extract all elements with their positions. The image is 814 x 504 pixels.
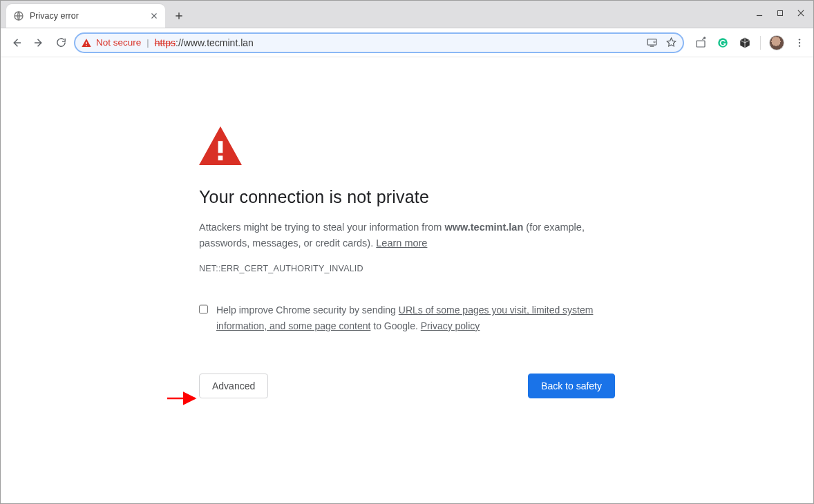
url-display: https://www.tecmint.lan xyxy=(155,37,254,48)
para-prefix: Attackers might be trying to steal your … xyxy=(199,222,444,233)
advanced-button[interactable]: Advanced xyxy=(199,374,268,398)
toolbar: Not secure | https://www.tecmint.lan xyxy=(1,28,813,57)
svg-rect-2 xyxy=(86,41,86,43)
button-row: Advanced Back to safety xyxy=(199,374,615,398)
extension-icon-1[interactable] xyxy=(694,36,708,50)
close-tab-icon[interactable] xyxy=(149,10,160,21)
warning-triangle-icon xyxy=(199,126,242,165)
separator: | xyxy=(145,37,150,48)
url-protocol: https xyxy=(155,37,176,48)
optin-checkbox[interactable] xyxy=(199,304,208,315)
install-pwa-icon[interactable] xyxy=(645,37,658,49)
url-rest: ://www.tecmint.lan xyxy=(176,37,254,48)
back-to-safety-button[interactable]: Back to safety xyxy=(528,374,615,398)
reload-button[interactable] xyxy=(52,34,70,52)
svg-rect-13 xyxy=(218,155,223,160)
page-content: Your connection is not private Attackers… xyxy=(1,57,813,503)
bookmark-star-icon[interactable] xyxy=(665,37,677,49)
error-description: Attackers might be trying to steal your … xyxy=(199,220,615,251)
svg-point-9 xyxy=(799,39,800,40)
window-controls xyxy=(751,5,809,21)
svg-point-10 xyxy=(799,41,800,43)
maximize-button[interactable] xyxy=(772,5,788,21)
back-button[interactable] xyxy=(8,34,26,52)
chrome-menu-button[interactable] xyxy=(793,36,806,50)
error-domain: www.tecmint.lan xyxy=(444,222,523,233)
safe-browsing-optin: Help improve Chrome security by sending … xyxy=(199,302,615,333)
security-label: Not secure xyxy=(96,37,141,48)
annotation-arrow-icon xyxy=(166,391,199,405)
not-secure-warning-icon xyxy=(81,37,92,48)
cube-extension-icon[interactable] xyxy=(738,36,752,50)
privacy-policy-link[interactable]: Privacy policy xyxy=(421,320,480,331)
optin-text: Help improve Chrome security by sending … xyxy=(216,302,615,333)
grammarly-extension-icon[interactable] xyxy=(716,36,730,50)
forward-button[interactable] xyxy=(30,34,48,52)
svg-point-7 xyxy=(704,37,706,38)
svg-rect-12 xyxy=(218,141,223,153)
omnibox-actions xyxy=(645,37,677,49)
svg-rect-1 xyxy=(778,11,783,16)
tab-strip: Privacy error xyxy=(1,1,813,28)
svg-rect-3 xyxy=(86,45,86,46)
new-tab-button[interactable] xyxy=(169,6,189,26)
minimize-button[interactable] xyxy=(751,5,768,21)
optin-mid: to Google. xyxy=(370,320,420,331)
profile-avatar[interactable] xyxy=(769,35,784,50)
divider xyxy=(760,36,761,50)
error-headline: Your connection is not private xyxy=(199,187,615,207)
ssl-error-interstitial: Your connection is not private Attackers… xyxy=(199,126,615,398)
close-window-button[interactable] xyxy=(793,5,809,21)
error-code: NET::ERR_CERT_AUTHORITY_INVALID xyxy=(199,264,615,273)
globe-icon xyxy=(13,10,24,21)
optin-prefix: Help improve Chrome security by sending xyxy=(216,304,399,316)
browser-tab[interactable]: Privacy error xyxy=(6,4,165,28)
browser-window: Privacy error xyxy=(0,0,814,504)
tab-title: Privacy error xyxy=(30,11,149,21)
learn-more-link[interactable]: Learn more xyxy=(376,238,427,249)
svg-rect-6 xyxy=(697,41,705,47)
address-bar[interactable]: Not secure | https://www.tecmint.lan xyxy=(74,32,684,53)
svg-point-11 xyxy=(799,45,800,46)
extensions-area xyxy=(694,35,806,50)
